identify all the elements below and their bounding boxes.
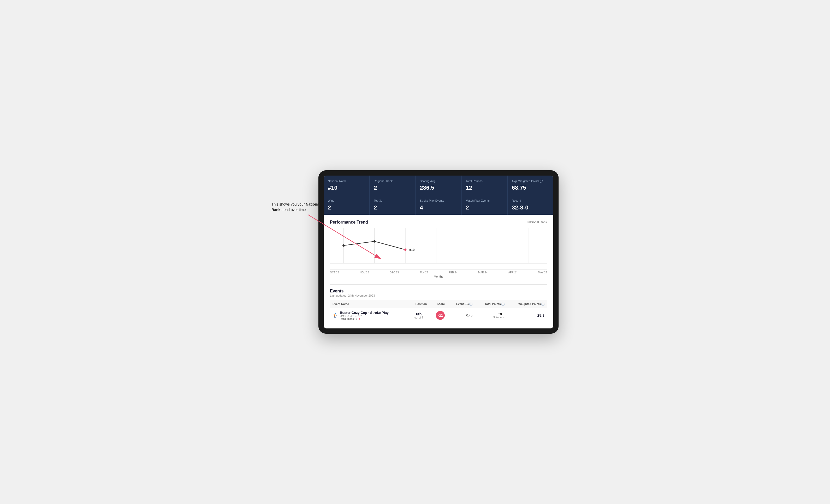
position-sub: out of 7 bbox=[411, 316, 427, 319]
stat-scoring-avg: Scoring Avg. 286.5 bbox=[416, 175, 461, 195]
chart-point-oct bbox=[343, 244, 345, 246]
chart-point-dec bbox=[404, 248, 407, 251]
chart-svg: #10 bbox=[330, 228, 547, 269]
stat-match-play-events: Match Play Events 2 bbox=[462, 195, 507, 214]
th-position: Position bbox=[408, 300, 429, 308]
th-event-name: Event Name bbox=[330, 300, 408, 308]
stat-top3s: Top 3s 2 bbox=[370, 195, 415, 214]
x-label-6: APR 24 bbox=[508, 271, 517, 274]
stat-regional-rank: Regional Rank 2 bbox=[370, 175, 415, 195]
th-event-sg: Event SGi bbox=[447, 300, 475, 308]
stat-top3s-label: Top 3s bbox=[374, 199, 411, 202]
stat-record: Record 32-8-0 bbox=[508, 195, 553, 214]
event-icon: 🏌 bbox=[332, 313, 338, 318]
stat-scoring-avg-label: Scoring Avg. bbox=[420, 179, 457, 183]
stat-avg-weighted-value: 68.75 bbox=[512, 184, 549, 191]
stat-wins-value: 2 bbox=[328, 204, 365, 211]
tablet-screen: National Rank #10 Regional Rank 2 Scorin… bbox=[324, 175, 553, 329]
td-event-name: 🏌 Buster Cozy Cup - Stroke Play Oct 9 - … bbox=[330, 308, 408, 323]
info-icon-avg-weighted: i bbox=[540, 180, 543, 183]
score-badge: -22 bbox=[436, 311, 445, 320]
td-position: 6th out of 7 bbox=[408, 308, 429, 323]
x-label-4: FEB 24 bbox=[449, 271, 457, 274]
stat-stroke-play-events: Stroke Play Events 4 bbox=[416, 195, 461, 214]
weighted-points-val: 28.3 bbox=[537, 313, 544, 317]
chart-x-labels: OCT 23 NOV 23 DEC 23 JAN 24 FEB 24 MAR 2… bbox=[330, 269, 547, 274]
stat-total-rounds-label: Total Rounds bbox=[466, 179, 503, 183]
info-icon-total-points: i bbox=[501, 303, 505, 306]
stat-avg-weighted-points: Avg. Weighted Pointsi 68.75 bbox=[508, 175, 553, 195]
stat-record-value: 32-8-0 bbox=[512, 204, 549, 211]
stat-match-play-label: Match Play Events bbox=[466, 199, 503, 202]
stat-wins-label: Wins bbox=[328, 199, 365, 202]
event-name-cell: 🏌 Buster Cozy Cup - Stroke Play Oct 9 - … bbox=[332, 311, 406, 321]
x-label-3: JAN 24 bbox=[419, 271, 428, 274]
stat-record-label: Record bbox=[512, 199, 549, 202]
stats-header-row1: National Rank #10 Regional Rank 2 Scorin… bbox=[324, 175, 553, 195]
stat-stroke-play-label: Stroke Play Events bbox=[420, 199, 457, 202]
info-icon-weighted-points: i bbox=[541, 303, 544, 306]
trend-title: Performance Trend bbox=[330, 220, 368, 225]
event-name-details: Buster Cozy Cup - Stroke Play Oct 9 - Oc… bbox=[340, 311, 389, 321]
stat-national-rank: National Rank #10 bbox=[324, 175, 369, 195]
events-subtitle: Last updated: 24th November 2023 bbox=[330, 294, 547, 297]
info-icon-event-sg: i bbox=[469, 303, 472, 306]
th-weighted-points: Weighted Pointsi bbox=[507, 300, 547, 308]
th-score: Score bbox=[429, 300, 447, 308]
performance-trend-section: Performance Trend National Rank bbox=[330, 220, 547, 278]
stat-stroke-play-value: 4 bbox=[420, 204, 457, 211]
td-weighted-points: 28.3 bbox=[507, 308, 547, 323]
stat-regional-rank-value: 2 bbox=[374, 184, 411, 191]
x-label-5: MAR 24 bbox=[478, 271, 487, 274]
th-total-points: Total Pointsi bbox=[475, 300, 507, 308]
td-event-sg: 0.45 bbox=[447, 308, 475, 323]
stat-total-rounds-value: 12 bbox=[466, 184, 503, 191]
chart-container: #10 bbox=[330, 228, 547, 269]
stat-scoring-avg-value: 286.5 bbox=[420, 184, 457, 191]
x-label-7: MAY 24 bbox=[538, 271, 547, 274]
td-total-points: 28.3 3 Rounds bbox=[475, 308, 507, 323]
stat-national-rank-value: #10 bbox=[328, 184, 365, 191]
trend-label: National Rank bbox=[528, 221, 547, 224]
stat-top3s-value: 2 bbox=[374, 204, 411, 211]
stat-national-rank-label: National Rank bbox=[328, 179, 365, 183]
total-points-sub: 3 Rounds bbox=[478, 316, 505, 319]
position-text: 6th bbox=[411, 312, 427, 316]
event-name-main: Buster Cozy Cup - Stroke Play bbox=[340, 311, 389, 314]
x-label-0: OCT 23 bbox=[330, 271, 339, 274]
annotation-text: This shows you your National Rank trend … bbox=[272, 202, 324, 212]
events-table: Event Name Position Score Event SGi Tota… bbox=[330, 300, 547, 323]
outer-wrapper: This shows you your National Rank trend … bbox=[272, 170, 558, 334]
x-label-2: DEC 23 bbox=[390, 271, 399, 274]
rank-impact-value: ▼ bbox=[358, 317, 361, 321]
stat-total-rounds: Total Rounds 12 bbox=[462, 175, 507, 195]
chart-rank-label: #10 bbox=[409, 248, 414, 251]
stats-header-row2: Wins 2 Top 3s 2 Stroke Play Events 4 Mat… bbox=[324, 195, 553, 214]
tablet-frame: National Rank #10 Regional Rank 2 Scorin… bbox=[318, 170, 558, 334]
chart-x-axis-title: Months bbox=[330, 275, 547, 278]
events-section: Events Last updated: 24th November 2023 … bbox=[330, 289, 547, 323]
content-area: Performance Trend National Rank bbox=[324, 215, 553, 329]
stat-match-play-value: 2 bbox=[466, 204, 503, 211]
stat-wins: Wins 2 bbox=[324, 195, 369, 214]
stat-avg-weighted-label: Avg. Weighted Pointsi bbox=[512, 179, 549, 183]
events-title: Events bbox=[330, 289, 547, 294]
rank-impact: Rank Impact: 3 ▼ bbox=[340, 317, 389, 321]
x-label-1: NOV 23 bbox=[360, 271, 369, 274]
chart-point-nov bbox=[373, 240, 376, 242]
table-row: 🏌 Buster Cozy Cup - Stroke Play Oct 9 - … bbox=[330, 308, 547, 323]
trend-header: Performance Trend National Rank bbox=[330, 220, 547, 225]
stat-regional-rank-label: Regional Rank bbox=[374, 179, 411, 183]
events-table-header-row: Event Name Position Score Event SGi Tota… bbox=[330, 300, 547, 308]
event-date: Oct 9 - Oct 10, 2023 bbox=[340, 314, 389, 317]
td-score: -22 bbox=[429, 308, 447, 323]
